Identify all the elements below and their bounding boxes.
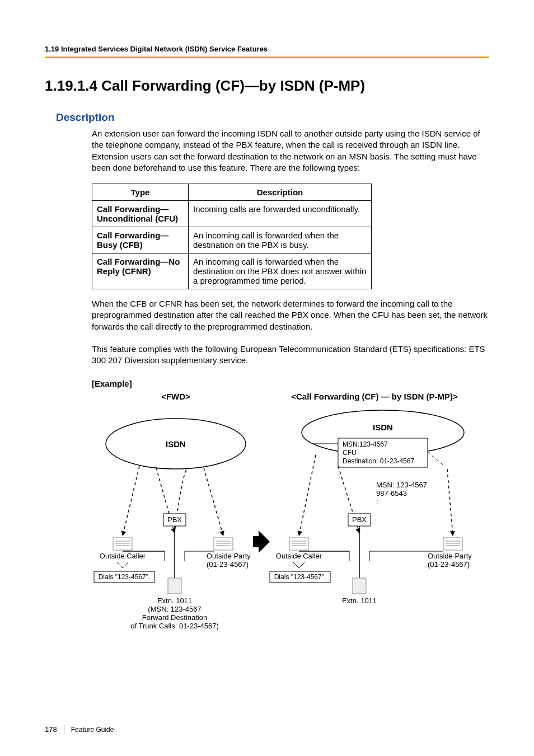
paragraph: When the CFB or CFNR has been set, the n…	[92, 298, 489, 332]
note2: Forward Destination	[142, 613, 207, 622]
party-right-label: Outside Party	[428, 552, 472, 560]
table-cell-desc: An incoming call is forwarded when the d…	[189, 227, 372, 253]
pbx-right-label: PBX	[352, 515, 367, 524]
svg-rect-9	[214, 538, 233, 550]
cf-types-table: Type Description Call Forwarding—Uncondi…	[92, 184, 372, 289]
table-cell-type: Call Forwarding—Unconditional (CFU)	[92, 201, 189, 227]
svg-rect-19	[168, 578, 181, 594]
running-header: 1.19 Integrated Services Digital Network…	[45, 45, 489, 58]
msn-line2: CFU	[343, 449, 357, 457]
example-label: [Example]	[92, 379, 489, 388]
note1: (MSN: 123-4567	[148, 605, 201, 613]
section-heading-description: Description	[45, 111, 489, 124]
table-header-type: Type	[92, 184, 189, 201]
table-cell-desc: Incoming calls are forwarded uncondition…	[189, 201, 372, 227]
caller-left-label: Outside Caller	[100, 552, 146, 560]
table-row: Call Forwarding—Busy (CFB) An incoming c…	[92, 227, 372, 253]
msn-list-2: 987-6543	[376, 489, 407, 497]
page-title: 1.19.1.4 Call Forwarding (CF)—by ISDN (P…	[45, 77, 489, 95]
extn-left-label: Extn. 1011	[157, 597, 192, 605]
table-header-desc: Description	[189, 184, 372, 201]
msn-list-1: MSN: 123-4567	[376, 481, 427, 489]
svg-line-1	[123, 466, 139, 536]
svg-line-26	[447, 469, 453, 536]
cloud-right-label: ISDN	[373, 422, 393, 432]
paragraph: Extension users can set the forward dest…	[92, 151, 489, 174]
dials-right-label: Dials "123-4567".	[274, 573, 326, 581]
svg-rect-42	[353, 578, 366, 594]
footer-guide-label: Feature Guide	[71, 726, 114, 734]
svg-rect-32	[443, 538, 462, 550]
svg-line-3	[204, 468, 223, 536]
party-right-num: (01-23-4567)	[428, 560, 470, 569]
page-number: 178	[45, 725, 64, 734]
table-cell-desc: An incoming call is forwarded when the d…	[189, 253, 372, 289]
svg-line-23	[428, 452, 444, 466]
diagram: ISDN Outside Caller Dials "123-4567". Ou…	[92, 405, 489, 652]
pbx-left-label: PBX	[167, 515, 182, 524]
svg-rect-27	[289, 538, 308, 550]
diagram-title-left: <FWD>	[92, 392, 260, 401]
svg-line-24	[299, 455, 316, 536]
paragraph: An extension user can forward the incomi…	[92, 128, 489, 151]
extn-right-label: Extn. 1011	[342, 597, 377, 605]
cloud-left-label: ISDN	[166, 439, 186, 449]
msn-list-3: :	[376, 497, 378, 506]
note3: of Trunk Calls: 01-23-4567)	[130, 622, 219, 630]
table-row: Call Forwarding—No Reply (CFNR) An incom…	[92, 253, 372, 289]
dials-left-label: Dials "123-4567".	[99, 573, 151, 581]
party-left-num: (01-23-4567)	[207, 560, 249, 569]
table-cell-type: Call Forwarding—Busy (CFB)	[92, 227, 189, 253]
table-cell-type: Call Forwarding—No Reply (CFNR)	[92, 253, 189, 289]
msn-line3: Destination: 01-23-4567	[343, 457, 414, 465]
table-row: Call Forwarding—Unconditional (CFU) Inco…	[92, 201, 372, 227]
paragraph: This feature complies with the following…	[92, 344, 489, 367]
arrow-between-icon	[253, 530, 270, 553]
diagram-title-right: <Call Forwarding (CF) — by ISDN (P-MP)>	[260, 392, 489, 401]
svg-rect-4	[113, 538, 132, 550]
party-left-label: Outside Party	[207, 552, 251, 560]
caller-right-label: Outside Caller	[276, 552, 322, 560]
page-footer: 178 Feature Guide	[45, 725, 114, 734]
msn-line1: MSN:123-4567	[343, 440, 388, 448]
